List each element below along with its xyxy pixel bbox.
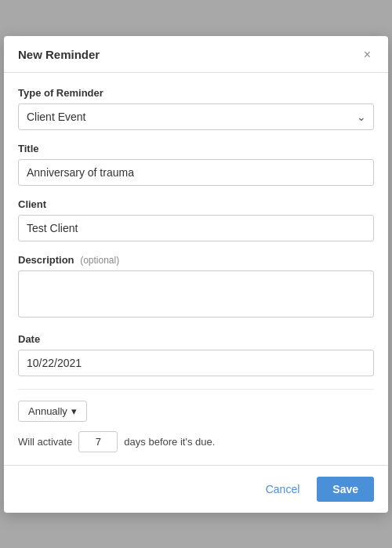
modal-header: New Reminder ×	[4, 36, 388, 73]
title-input[interactable]	[18, 159, 374, 186]
client-label: Client	[18, 198, 374, 210]
will-activate-row: Will activate days before it's due.	[18, 431, 374, 452]
will-activate-prefix: Will activate	[18, 436, 72, 448]
modal-body: Type of Reminder Client Event Date Task …	[4, 73, 388, 465]
close-button[interactable]: ×	[361, 47, 374, 63]
type-select-wrapper: Client Event Date Task ⌄	[18, 103, 374, 130]
modal-overlay: New Reminder × Type of Reminder Client E…	[0, 0, 392, 548]
description-group: Description (optional)	[18, 254, 374, 321]
type-of-reminder-group: Type of Reminder Client Event Date Task …	[18, 87, 374, 130]
recurrence-section: Annually ▾ Will activate days before it'…	[18, 389, 374, 452]
title-label: Title	[18, 143, 374, 154]
save-button[interactable]: Save	[317, 477, 374, 502]
recurrence-arrow-icon: ▾	[71, 405, 77, 417]
type-select[interactable]: Client Event Date Task	[18, 103, 374, 130]
modal-dialog: New Reminder × Type of Reminder Client E…	[4, 36, 388, 513]
will-activate-suffix: days before it's due.	[124, 436, 215, 448]
cancel-button[interactable]: Cancel	[256, 478, 310, 500]
description-optional: (optional)	[80, 255, 119, 266]
recurrence-button[interactable]: Annually ▾	[18, 401, 87, 422]
date-input[interactable]	[18, 350, 374, 376]
days-input[interactable]	[78, 431, 118, 452]
description-textarea[interactable]	[18, 270, 374, 318]
date-label: Date	[18, 333, 374, 345]
client-group: Client	[18, 198, 374, 241]
title-group: Title	[18, 143, 374, 186]
recurrence-label: Annually	[28, 405, 67, 417]
date-group: Date	[18, 333, 374, 376]
type-of-reminder-label: Type of Reminder	[18, 87, 374, 99]
modal-title: New Reminder	[18, 48, 100, 61]
description-label: Description (optional)	[18, 254, 374, 266]
client-input[interactable]	[18, 215, 374, 241]
modal-footer: Cancel Save	[4, 465, 388, 513]
